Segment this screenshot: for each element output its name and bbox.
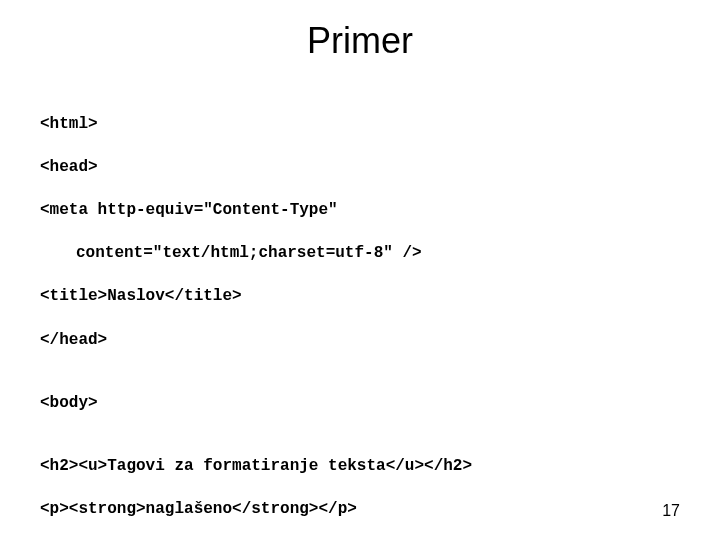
code-line: <p><strong>naglašeno</strong></p> bbox=[40, 499, 680, 521]
page-number: 17 bbox=[662, 502, 680, 520]
code-line: <body> bbox=[40, 393, 680, 415]
code-line: content="text/html;charset=utf-8" /> bbox=[40, 243, 680, 265]
code-line: <head> bbox=[40, 157, 680, 179]
slide-title: Primer bbox=[40, 20, 680, 62]
code-line: <h2><u>Tagovi za formatiranje teksta</u>… bbox=[40, 456, 680, 478]
code-line: <html> bbox=[40, 114, 680, 136]
code-block: <html> <head> <meta http-equiv="Content-… bbox=[40, 92, 680, 540]
code-line: </head> bbox=[40, 330, 680, 352]
code-line: <title>Naslov</title> bbox=[40, 286, 680, 308]
code-line: <meta http-equiv="Content-Type" bbox=[40, 200, 680, 222]
